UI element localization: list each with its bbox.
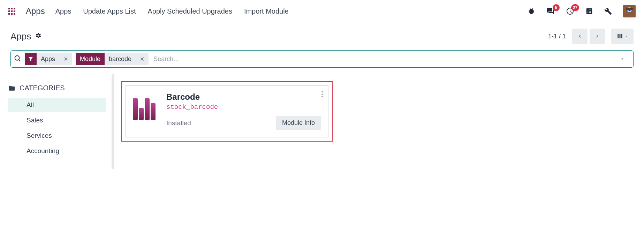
main-content: Barcode stock_barcode Installed Module I…: [114, 74, 644, 169]
search-facet-module-label: Module: [76, 53, 105, 65]
sidebar-item-services[interactable]: Services: [8, 128, 106, 143]
filter-icon: [25, 53, 37, 65]
barcode-icon: [133, 98, 158, 120]
search-bar: Apps ✕ Module barcode ✕: [10, 50, 634, 68]
search-facet-module-remove[interactable]: ✕: [136, 56, 149, 62]
app-title: Apps: [26, 6, 45, 16]
sidebar-item-all[interactable]: All: [8, 98, 106, 112]
search-facet-filter-value: Apps: [37, 55, 59, 63]
svg-rect-6: [618, 34, 619, 38]
svg-rect-4: [630, 10, 632, 11]
sidebar-section-label: CATEGORIES: [20, 84, 65, 92]
nav-links: Apps Update Apps List Apply Scheduled Up…: [55, 7, 289, 15]
search-facet-filter: Apps ✕: [25, 53, 72, 65]
svg-point-12: [321, 93, 323, 95]
svg-line-10: [19, 60, 21, 61]
pager-prev-button[interactable]: [572, 29, 588, 44]
sidebar-section-title: CATEGORIES: [8, 84, 106, 92]
messages-badge: 5: [553, 4, 560, 11]
sidebar: CATEGORIES All Sales Services Accounting: [0, 74, 114, 169]
avatar[interactable]: [623, 5, 636, 17]
apps-menu-icon[interactable]: [8, 8, 15, 15]
nav-link-import-module[interactable]: Import Module: [244, 7, 289, 15]
sidebar-item-accounting[interactable]: Accounting: [8, 144, 106, 158]
nav-link-update-apps-list[interactable]: Update Apps List: [83, 7, 136, 15]
sidebar-resize-handle[interactable]: [112, 74, 114, 169]
gear-icon[interactable]: [35, 32, 41, 40]
svg-rect-3: [627, 10, 629, 11]
svg-point-13: [321, 96, 323, 97]
debug-icon[interactable]: [528, 7, 535, 15]
module-title: Barcode: [166, 92, 321, 102]
module-card[interactable]: Barcode stock_barcode Installed Module I…: [126, 85, 328, 137]
messages-icon[interactable]: 5: [546, 7, 555, 15]
svg-rect-8: [621, 34, 622, 38]
search-options-dropdown[interactable]: [614, 53, 630, 65]
svg-rect-7: [620, 34, 621, 38]
company-icon[interactable]: [585, 7, 593, 15]
card-highlight: Barcode stock_barcode Installed Module I…: [121, 81, 333, 142]
search-facet-module: Module barcode ✕: [76, 53, 149, 65]
search-icon[interactable]: [14, 54, 21, 63]
search-input[interactable]: [152, 54, 611, 64]
nav-link-apps[interactable]: Apps: [55, 7, 71, 15]
svg-point-11: [321, 91, 323, 92]
page-title: Apps: [10, 31, 31, 42]
activities-icon[interactable]: 27: [566, 7, 574, 15]
pager[interactable]: 1-1 / 1: [548, 33, 566, 40]
activities-badge: 27: [571, 4, 579, 11]
tools-icon[interactable]: [604, 7, 612, 15]
svg-point-9: [15, 56, 20, 60]
kebab-menu-icon[interactable]: [321, 91, 323, 99]
search-facet-filter-remove[interactable]: ✕: [59, 56, 72, 62]
svg-rect-5: [626, 8, 633, 10]
module-info-button[interactable]: Module Info: [276, 116, 321, 130]
search-facet-module-value: barcode: [105, 55, 136, 63]
nav-link-apply-scheduled-upgrades[interactable]: Apply Scheduled Upgrades: [148, 7, 232, 15]
view-switch-button[interactable]: [611, 29, 634, 44]
folder-icon: [8, 85, 15, 92]
pager-next-button[interactable]: [590, 29, 605, 44]
module-status: Installed: [166, 119, 191, 127]
sidebar-item-sales[interactable]: Sales: [8, 113, 106, 128]
module-technical-name: stock_barcode: [166, 103, 321, 111]
